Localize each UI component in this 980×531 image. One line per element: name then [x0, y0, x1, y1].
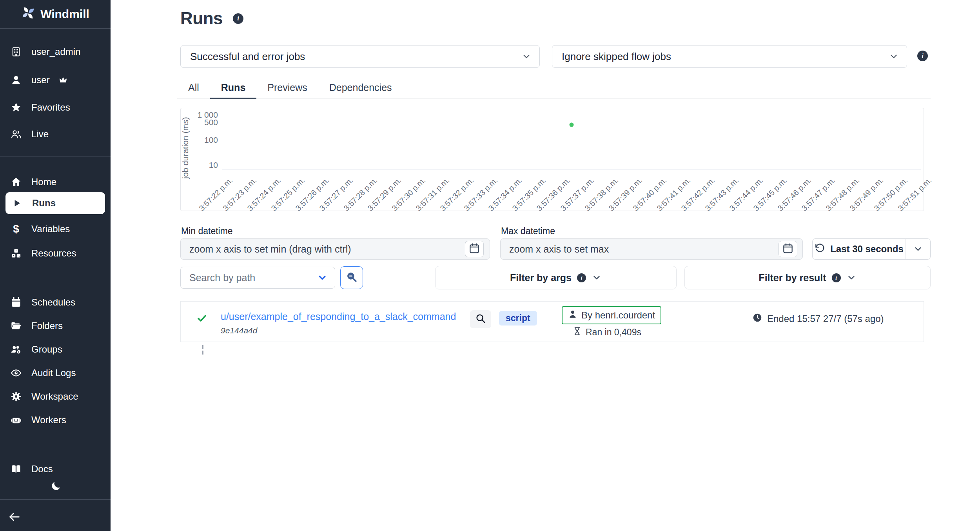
book-icon — [9, 464, 23, 475]
clock-icon — [752, 313, 762, 325]
tab-all[interactable]: All — [177, 77, 210, 99]
run-by-label: By henri.courdent — [581, 310, 655, 321]
run-ended: Ended 15:57 27/7 (57s ago) — [752, 313, 884, 325]
search-by-path-select[interactable]: Search by path — [180, 267, 335, 289]
sidebar-item-groups[interactable]: Groups — [9, 340, 103, 359]
sidebar-item-docs[interactable]: Docs — [9, 460, 103, 478]
sidebar-item-home[interactable]: Home — [9, 173, 103, 191]
tab-previews[interactable]: Previews — [256, 77, 318, 99]
run-path-link[interactable]: u/user/example_of_responding_to_a_slack_… — [221, 311, 456, 322]
run-ended-label: Ended 15:57 27/7 (57s ago) — [767, 313, 884, 324]
time-range-label: Last 30 seconds — [830, 244, 904, 255]
tab-dependencies[interactable]: Dependencies — [318, 77, 403, 99]
sidebar-item-workspace-user-admin[interactable]: user_admin — [9, 42, 103, 61]
chevron-down-icon — [913, 244, 923, 254]
info-icon[interactable]: i — [233, 13, 243, 24]
sidebar-item-label: Schedules — [31, 297, 75, 308]
chevron-down-icon — [521, 51, 532, 62]
sidebar-item-label: Runs — [32, 198, 56, 209]
sidebar-item-label: user_admin — [31, 46, 80, 57]
chevron-down-icon — [592, 273, 602, 283]
sidebar-item-label: Audit Logs — [31, 367, 76, 378]
time-range-button[interactable]: Last 30 seconds — [812, 238, 931, 260]
sidebar-item-label: Workspace — [31, 391, 78, 402]
run-id: 9e144a4d — [221, 326, 257, 335]
sidebar-item-label: Resources — [31, 248, 76, 259]
sidebar-item-live[interactable]: Live — [9, 125, 103, 144]
search-icon — [475, 313, 486, 326]
page-title: Runs — [180, 9, 223, 28]
cubes-icon — [9, 248, 23, 259]
job-kind-select-value: Successful and error jobs — [190, 51, 305, 63]
collapse-sidebar-button[interactable] — [8, 510, 25, 526]
min-datetime-label: Min datetime — [181, 226, 233, 236]
info-icon: i — [832, 273, 841, 282]
eye-icon — [9, 367, 23, 378]
sidebar-item-label: user — [31, 75, 50, 85]
windmill-logo[interactable]: Windmill — [0, 0, 111, 28]
max-datetime-input[interactable] — [500, 238, 803, 260]
job-kind-select[interactable]: Successful and error jobs — [180, 45, 540, 68]
folder-icon — [9, 320, 23, 331]
sidebar-item-workspace[interactable]: Workspace — [9, 387, 103, 406]
play-icon — [10, 198, 24, 208]
dark-mode-toggle[interactable] — [48, 479, 64, 495]
calendar-icon — [468, 242, 480, 256]
sidebar-item-user[interactable]: user — [9, 71, 103, 89]
scroll-tick — [202, 351, 203, 355]
sidebar-item-resources[interactable]: Resources — [9, 244, 103, 263]
sidebar-item-variables[interactable]: $ Variables — [9, 220, 103, 238]
star-icon — [9, 102, 23, 113]
sidebar-divider — [0, 28, 111, 29]
min-datetime-input[interactable] — [180, 238, 490, 260]
sidebar-item-runs[interactable]: Runs — [5, 192, 105, 214]
sidebar-item-workers[interactable]: Workers — [9, 411, 103, 429]
run-by-badge[interactable]: By henri.courdent — [562, 306, 661, 324]
filter-by-args-button[interactable]: Filter by args i — [435, 266, 677, 289]
jobs-duration-chart[interactable]: job duration (ms) 1 00050010010 3:57:22 … — [180, 108, 924, 211]
sidebar-item-label: Variables — [31, 224, 70, 235]
sidebar-item-audit-logs[interactable]: Audit Logs — [9, 364, 103, 382]
max-datetime-calendar-button[interactable] — [779, 241, 797, 257]
calendar-icon — [9, 297, 23, 308]
skipped-flow-select-value: Ignore skipped flow jobs — [562, 51, 671, 63]
time-range-caret[interactable] — [906, 239, 930, 259]
tab-runs[interactable]: Runs — [210, 77, 257, 99]
gear-icon — [9, 391, 23, 402]
filter-by-result-button[interactable]: Filter by result i — [684, 266, 931, 289]
sidebar-item-label: Folders — [31, 320, 63, 331]
y-tick-label: 500 — [181, 118, 218, 127]
chevron-down-icon — [846, 273, 857, 283]
sidebar-item-favorites[interactable]: Favorites — [9, 98, 103, 117]
skipped-flow-select[interactable]: Ignore skipped flow jobs — [552, 45, 907, 68]
run-detail-search-button[interactable] — [470, 310, 491, 328]
run-row[interactable]: u/user/example_of_responding_to_a_slack_… — [180, 301, 924, 342]
sidebar-item-label: Home — [31, 176, 56, 187]
users-icon — [9, 129, 23, 140]
arrow-left-icon — [8, 510, 21, 525]
run-duration: Ran in 0,409s — [573, 327, 641, 338]
groups-icon — [9, 344, 23, 355]
time-range-main[interactable]: Last 30 seconds — [813, 239, 906, 259]
tab-label: Previews — [267, 82, 307, 93]
person-icon — [568, 309, 577, 321]
y-tick-label: 10 — [181, 160, 218, 170]
robot-icon — [9, 415, 23, 426]
chart-y-axis-line — [222, 113, 222, 169]
tab-label: Dependencies — [329, 82, 392, 93]
search-button[interactable] — [340, 266, 363, 289]
y-tick-label: 100 — [181, 135, 218, 145]
sidebar-item-folders[interactable]: Folders — [9, 316, 103, 335]
search-by-path-value: Search by path — [189, 272, 255, 284]
info-icon[interactable]: i — [917, 51, 928, 61]
filter-by-result-label: Filter by result — [759, 272, 826, 284]
dollar-icon: $ — [9, 223, 23, 235]
tab-label: All — [188, 82, 199, 93]
min-datetime-calendar-button[interactable] — [465, 241, 484, 257]
moon-icon — [50, 480, 62, 494]
job-point[interactable] — [569, 122, 573, 127]
sidebar-item-schedules[interactable]: Schedules — [9, 293, 103, 312]
page-header: Runs i — [180, 9, 243, 28]
crown-icon — [59, 77, 67, 84]
sidebar-item-label: Favorites — [31, 102, 70, 113]
